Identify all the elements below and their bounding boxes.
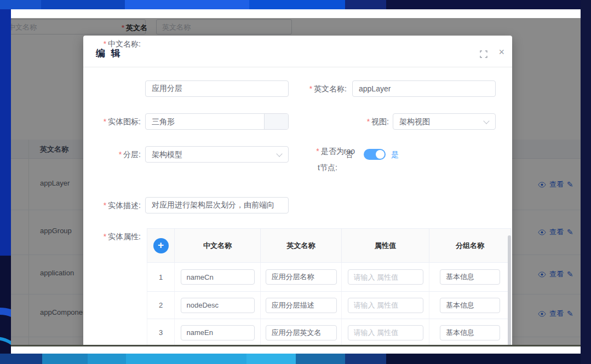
entity-desc-input[interactable] [145,197,289,213]
name-cn-input[interactable] [145,80,289,97]
toggle-knob [376,150,385,159]
name-cn-label: *中文名称: [83,36,141,52]
attr-name-en-input[interactable] [266,325,337,340]
chevron-down-icon [483,118,489,124]
entity-attrs-label: *实体属性: [83,228,141,245]
name-en-input[interactable] [352,80,496,97]
attr-row: 1 [147,263,511,292]
fullscreen-icon[interactable] [480,50,487,58]
browser-window: *英文名 英文名称 appLayer appGroup application … [11,9,581,354]
row-index: 1 [147,263,175,291]
col-header-name-en: 英文名称 [261,229,342,262]
modal-scrollbar[interactable] [508,235,511,345]
attr-row: 2 [147,292,511,319]
toggle-on-text: 是 [391,146,399,163]
page-viewport: *英文名 英文名称 appLayer appGroup application … [11,18,581,345]
attr-group-input[interactable] [440,325,500,340]
toggle-off-text: 否 [345,146,353,163]
edit-dialog: 编 辑 × *中文名称: *英文名称: *实体图标: 三角形 *视图: 架构视图 [83,36,512,345]
name-en-label: *英文名称: [289,80,347,97]
entity-icon-input[interactable]: 三角形 [145,113,289,130]
attr-group-input[interactable] [440,298,500,313]
desktop: *英文名 英文名称 appLayer appGroup application … [0,0,591,364]
attr-name-en-input[interactable] [266,298,337,313]
attr-name-cn-input[interactable] [181,298,255,313]
entity-attrs-table: + 中文名称 英文名称 属性值 分组名称 1 2 [147,228,511,345]
chevron-down-icon [276,151,282,157]
attr-value-input[interactable] [348,269,423,285]
entity-icon-label: *实体图标: [83,113,141,130]
col-header-attr-value: 属性值 [342,229,429,262]
is-root-label-line2: t节点: [300,161,355,174]
view-label: *视图: [328,113,389,130]
attr-name-en-input[interactable] [266,269,337,285]
col-header-name-cn: 中文名称 [175,229,261,262]
col-header-group: 分组名称 [429,229,510,262]
entity-desc-label: *实体描述: [83,197,141,213]
icon-picker-append[interactable] [264,114,288,129]
header-divider [83,67,512,67]
attr-name-cn-input[interactable] [181,325,255,340]
attrs-table-header: + 中文名称 英文名称 属性值 分组名称 [147,228,511,263]
attr-group-input[interactable] [440,269,500,285]
add-attribute-button[interactable]: + [153,238,169,253]
wallpaper-top-band [0,0,591,9]
viewport-bottom-edge [11,345,581,346]
row-index: 3 [147,319,175,345]
attr-row: 3 [147,319,511,345]
attr-value-input[interactable] [348,325,423,340]
wallpaper-left-band [0,9,11,364]
attr-value-input[interactable] [348,298,423,313]
row-index: 2 [147,292,175,319]
close-icon[interactable]: × [498,47,504,57]
layer-select[interactable]: 架构模型 [145,146,289,163]
is-root-toggle[interactable] [364,149,386,160]
view-select[interactable]: 架构视图 [393,113,496,130]
attr-name-cn-input[interactable] [181,269,255,285]
wallpaper-right-band [581,0,591,364]
layer-label: *分层: [83,146,141,163]
wallpaper-bottom-band [0,354,581,364]
